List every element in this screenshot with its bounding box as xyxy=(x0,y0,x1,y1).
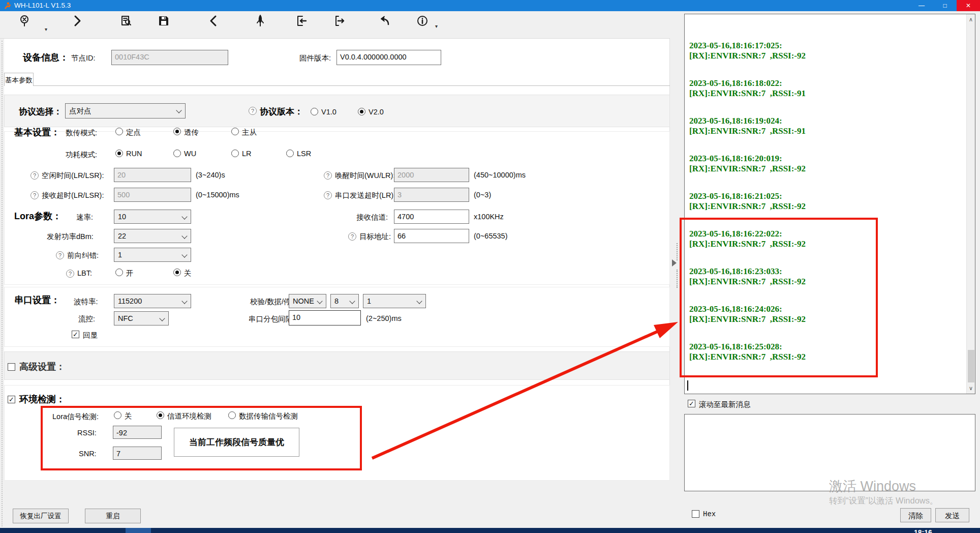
packet-interval-hint: (2~250)ms xyxy=(366,314,402,322)
radio-trans-master-slave-label: 主从 xyxy=(242,128,257,137)
fec-dropdown[interactable]: 1 xyxy=(114,248,191,262)
protocol-select-label: 协议选择： xyxy=(19,106,62,117)
channel-hint: x100KHz xyxy=(474,213,504,221)
radio-detect-data[interactable] xyxy=(228,411,236,419)
protocol-version-help-icon: ? xyxy=(249,107,257,115)
close-button[interactable]: ✕ xyxy=(957,0,980,11)
radio-detect-channel[interactable] xyxy=(157,411,164,419)
log-scroll-up-icon[interactable]: ∧ xyxy=(967,16,975,23)
target-hint: (0~65535) xyxy=(474,232,508,240)
import-icon[interactable] xyxy=(295,15,308,27)
txpower-dropdown[interactable]: 22 xyxy=(114,229,191,243)
rssi-field[interactable]: -92 xyxy=(113,426,162,439)
radio-protocol-v2[interactable] xyxy=(358,108,365,115)
radio-power-run[interactable] xyxy=(115,150,123,157)
echo-checkbox[interactable]: ✓ xyxy=(72,331,79,338)
read-params-doc-search-icon[interactable] xyxy=(120,15,132,27)
idle-time-hint: (3~240)s xyxy=(196,171,225,179)
log-scroll-down-icon[interactable]: ∨ xyxy=(967,385,975,392)
packet-interval-field[interactable]: 10 xyxy=(289,310,361,325)
factory-reset-button[interactable]: 恢复出厂设置 xyxy=(13,509,69,523)
minimize-button[interactable]: — xyxy=(910,0,933,11)
packet-interval-label: 串口分包间隔: xyxy=(249,314,295,324)
maximize-button[interactable]: □ xyxy=(933,0,957,11)
idle-time-field[interactable]: 20 xyxy=(114,168,191,182)
undo-arrow-icon[interactable] xyxy=(378,15,390,27)
radio-trans-fixed[interactable] xyxy=(115,128,123,135)
send-button[interactable]: 发送 xyxy=(935,508,969,522)
tab-basic-params[interactable]: 基本参数 xyxy=(4,73,34,86)
channel-field[interactable]: 4700 xyxy=(394,210,469,224)
hex-checkbox[interactable] xyxy=(692,510,699,518)
serial-section-label: 串口设置： xyxy=(14,294,60,306)
firmware-field[interactable]: V0.0.4.000000.0000 xyxy=(336,50,441,65)
clear-button[interactable]: 清除 xyxy=(900,508,931,522)
stopbits-dropdown[interactable]: 1 xyxy=(363,294,426,308)
radio-power-lsr[interactable] xyxy=(286,150,294,157)
radio-power-wu[interactable] xyxy=(173,150,181,157)
radio-lbt-on-label: 开 xyxy=(126,269,134,278)
lora-section-label: Lora参数： xyxy=(14,210,62,222)
splitter-dots-top xyxy=(677,243,678,260)
taskbar-active-app-segment[interactable] xyxy=(126,528,151,533)
chevron-right-icon[interactable] xyxy=(71,15,83,27)
taskbar-strip[interactable]: 18:16 xyxy=(0,528,980,533)
radio-trans-fixed-label: 定点 xyxy=(126,128,141,137)
protocol-select-dropdown[interactable]: 点对点 xyxy=(65,103,186,119)
export-icon[interactable] xyxy=(333,15,346,27)
radio-detect-off[interactable] xyxy=(114,411,121,419)
radio-power-lr[interactable] xyxy=(231,150,239,157)
trans-mode-label: 数传模式: xyxy=(66,128,97,138)
wake-time-field[interactable]: 2000 xyxy=(394,168,469,182)
log-entry: 2023-05-16,18:16:25:028:[RX]:ENVIR:SNR:7… xyxy=(689,342,928,362)
reboot-button[interactable]: 重启 xyxy=(85,509,141,523)
radio-trans-master-slave[interactable] xyxy=(231,128,239,135)
rx-timeout-field[interactable]: 500 xyxy=(114,188,191,202)
about-caret-icon[interactable]: ▾ xyxy=(435,23,438,29)
panel-splitter[interactable] xyxy=(670,11,684,528)
env-label: 环境检测： xyxy=(19,393,65,405)
log-scrollbar-thumb[interactable] xyxy=(968,350,974,382)
log-scrollbar[interactable]: ∧ ∨ xyxy=(966,14,975,394)
databits-dropdown[interactable]: 8 xyxy=(330,294,359,308)
rate-dropdown[interactable]: 10 xyxy=(114,210,191,224)
radio-detect-off-label: 关 xyxy=(125,411,132,421)
uart-timeout-label: 串口发送超时(LR): xyxy=(335,191,395,200)
advanced-row xyxy=(4,351,670,380)
uart-timeout-help-icon: ? xyxy=(324,191,332,199)
windows-activate-watermark-line1: 激活 Windows xyxy=(829,477,916,495)
window-title: WH-L101-L V1.5.3 xyxy=(14,2,71,9)
node-id-field[interactable]: 0010F43C xyxy=(111,50,228,65)
close-serial-caret-icon[interactable]: ▾ xyxy=(45,26,47,32)
snr-field[interactable]: 7 xyxy=(113,447,162,460)
taskbar-clock: 18:16 xyxy=(914,528,932,533)
chevron-left-icon[interactable] xyxy=(207,15,220,27)
advanced-checkbox[interactable] xyxy=(8,363,15,371)
serial-close-pin-icon[interactable] xyxy=(18,15,30,27)
splitter-collapse-arrow-icon[interactable] xyxy=(672,259,677,266)
target-field[interactable]: 66 xyxy=(394,229,469,243)
flow-dropdown[interactable]: NFC xyxy=(114,311,169,325)
log-entry: 2023-05-16,18:16:22:022:[RX]:ENVIR:SNR:7… xyxy=(689,229,928,249)
rx-timeout-label: 接收超时(LR/LSR): xyxy=(42,191,104,200)
flow-label: 流控: xyxy=(78,314,95,324)
env-checkbox[interactable]: ✓ xyxy=(8,396,15,403)
radio-trans-transparent[interactable] xyxy=(173,128,181,135)
save-floppy-icon[interactable] xyxy=(158,15,170,27)
rocket-icon[interactable] xyxy=(254,15,266,27)
radio-detect-data-label: 数据传输信号检测 xyxy=(239,411,298,421)
radio-power-lr-label: LR xyxy=(242,150,252,158)
tab-basic-params-label: 基本参数 xyxy=(5,76,33,84)
parity-dropdown[interactable]: NONE xyxy=(289,294,326,308)
scroll-latest-checkbox[interactable]: ✓ xyxy=(688,400,695,407)
info-icon[interactable] xyxy=(416,15,428,27)
log-entry: 2023-05-16,18:16:20:019:[RX]:ENVIR:SNR:7… xyxy=(689,154,928,174)
radio-lbt-on[interactable] xyxy=(115,269,123,276)
radio-protocol-v1[interactable] xyxy=(311,108,318,115)
uart-timeout-field[interactable]: 3 xyxy=(394,188,469,202)
fec-help-icon: ? xyxy=(56,251,64,259)
baud-dropdown[interactable]: 115200 xyxy=(114,294,191,308)
radio-lbt-off[interactable] xyxy=(173,269,181,276)
left-edge-splitter[interactable] xyxy=(2,41,3,526)
app-window: WH-L101-L V1.5.3 — □ ✕ 关闭串口 进入配置状态 读 xyxy=(0,0,980,533)
